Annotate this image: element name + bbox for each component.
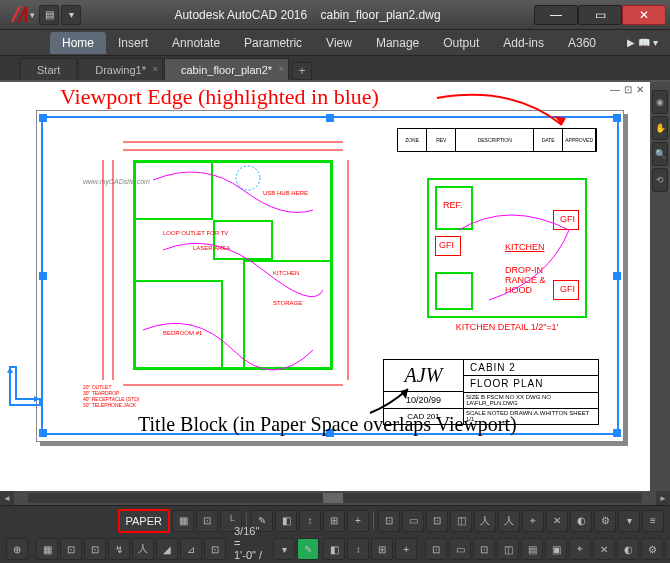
grip-handle[interactable] xyxy=(326,114,334,122)
app-menu-dropdown-icon[interactable]: ▾ xyxy=(30,10,35,20)
doc-tab-cabin[interactable]: cabin_floor_plan2*× xyxy=(164,58,289,80)
status-dynamic-icon[interactable]: ↯ xyxy=(108,538,130,560)
annotation-bottom: Title Block (in Paper Space overlaps Vie… xyxy=(138,413,517,436)
status-settings-icon[interactable]: ⚙ xyxy=(641,538,663,560)
status-button[interactable]: ↕ xyxy=(347,538,369,560)
status-grid-icon[interactable]: ▦ xyxy=(172,510,194,532)
window-title: Autodesk AutoCAD 2016 cabin_floor_plan2.… xyxy=(81,8,534,22)
window-controls: — ▭ ✕ xyxy=(534,5,666,25)
legend: 20" OUTLET30" TEARDROP 40" RECEPTACLE (S… xyxy=(83,384,139,408)
status-button[interactable]: ✕ xyxy=(546,510,568,532)
model-paper-toggle[interactable]: PAPER xyxy=(118,509,170,533)
scroll-left-icon[interactable]: ◄ xyxy=(0,491,14,505)
status-button[interactable]: ◢ xyxy=(156,538,178,560)
status-button[interactable]: ⊡ xyxy=(84,538,106,560)
status-grid-icon[interactable]: ▦ xyxy=(36,538,58,560)
annotation-top: Viewport Edge (highlighted in blue) xyxy=(60,84,379,110)
viewport-frame[interactable]: ZONEREV DESCRIPTION DATEAPPROVED www.myC… xyxy=(41,116,619,435)
nav-orbit-icon[interactable]: ⟲ xyxy=(652,168,668,192)
viewport-restore-icon[interactable]: ⊡ xyxy=(624,84,632,95)
new-tab-button[interactable]: + xyxy=(292,62,312,80)
nav-pan-icon[interactable]: ✋ xyxy=(652,116,668,140)
status-button[interactable]: ⊡ xyxy=(426,510,448,532)
drawing-canvas[interactable]: — ⊡ ✕ Viewport Edge (highlighted in blue… xyxy=(0,82,650,491)
status-button[interactable]: ⊡ xyxy=(378,510,400,532)
status-dropdown-icon[interactable]: ▾ xyxy=(665,538,670,560)
status-scale-text[interactable]: 3/16" = 1'-0" / 1.56% xyxy=(228,525,271,563)
status-annoscale-icon[interactable]: 人 xyxy=(132,538,154,560)
qat-dropdown-icon[interactable]: ▾ xyxy=(61,5,81,25)
grip-handle[interactable] xyxy=(613,272,621,280)
status-scale-icon[interactable]: 人 xyxy=(498,510,520,532)
maximize-button[interactable]: ▭ xyxy=(578,5,622,25)
status-button[interactable]: ⊿ xyxy=(180,538,202,560)
close-button[interactable]: ✕ xyxy=(622,5,666,25)
side-navigation-bar: ◉ ✋ 🔍 ⟲ xyxy=(650,82,670,491)
ribbon-tab-output[interactable]: Output xyxy=(431,32,491,54)
status-dropdown-icon[interactable]: ▾ xyxy=(618,510,640,532)
close-icon[interactable]: × xyxy=(153,64,158,74)
minimize-button[interactable]: — xyxy=(534,5,578,25)
status-button[interactable]: ⊡ xyxy=(425,538,447,560)
status-button[interactable]: + xyxy=(395,538,417,560)
status-button[interactable]: ✎ xyxy=(297,538,319,560)
grip-handle[interactable] xyxy=(39,429,47,437)
doc-tab-drawing1[interactable]: Drawing1*× xyxy=(78,58,163,80)
status-button[interactable]: ◫ xyxy=(497,538,519,560)
svg-point-0 xyxy=(236,166,260,190)
status-snap-icon[interactable]: ⊡ xyxy=(60,538,82,560)
grip-handle[interactable] xyxy=(613,114,621,122)
ribbon-tab-addins[interactable]: Add-ins xyxy=(491,32,556,54)
status-button[interactable]: ✕ xyxy=(593,538,615,560)
detail-title: KITCHEN DETAIL 1/2"=1' xyxy=(427,322,587,332)
status-button[interactable]: ▣ xyxy=(545,538,567,560)
annotation-arrow-icon xyxy=(360,385,420,415)
grip-handle[interactable] xyxy=(613,429,621,437)
status-menu-icon[interactable]: ≡ xyxy=(642,510,664,532)
ribbon-tab-a360[interactable]: A360 xyxy=(556,32,608,54)
status-button[interactable]: ⊡ xyxy=(473,538,495,560)
status-button[interactable]: ↕ xyxy=(299,510,321,532)
status-units-icon[interactable]: ◐ xyxy=(570,510,592,532)
doc-tab-start[interactable]: Start xyxy=(20,58,77,80)
status-button[interactable]: ⊞ xyxy=(323,510,345,532)
qat-button[interactable]: ▤ xyxy=(39,5,59,25)
status-button[interactable]: ▭ xyxy=(449,538,471,560)
status-button[interactable]: + xyxy=(347,510,369,532)
ribbon-tab-parametric[interactable]: Parametric xyxy=(232,32,314,54)
app-logo[interactable] xyxy=(8,4,30,26)
status-button[interactable]: ⌖ xyxy=(522,510,544,532)
status-button[interactable]: ◧ xyxy=(323,538,345,560)
wiring-lines xyxy=(83,130,373,390)
status-button[interactable]: ⊡ xyxy=(204,538,226,560)
status-osnap-icon[interactable]: ◧ xyxy=(275,510,297,532)
ribbon-tab-view[interactable]: View xyxy=(314,32,364,54)
status-button[interactable]: ⌖ xyxy=(569,538,591,560)
ribbon-tab-insert[interactable]: Insert xyxy=(106,32,160,54)
grip-handle[interactable] xyxy=(39,272,47,280)
nav-wheel-icon[interactable]: ◉ xyxy=(652,90,668,114)
grip-handle[interactable] xyxy=(39,114,47,122)
viewport-minimize-icon[interactable]: — xyxy=(610,84,620,95)
ribbon-tab-home[interactable]: Home xyxy=(50,32,106,54)
ribbon-overflow-icon[interactable]: ▶ 📖 ▾ xyxy=(621,37,664,48)
ribbon-tabs: Home Insert Annotate Parametric View Man… xyxy=(0,30,670,56)
status-dropdown-icon[interactable]: ▾ xyxy=(273,538,295,560)
status-model-icon[interactable]: ⊕ xyxy=(6,538,28,560)
status-button[interactable]: ◐ xyxy=(617,538,639,560)
status-button[interactable]: ◫ xyxy=(450,510,472,532)
status-button[interactable]: 人 xyxy=(474,510,496,532)
scroll-right-icon[interactable]: ► xyxy=(656,491,670,505)
close-icon[interactable]: × xyxy=(279,64,284,74)
viewport-close-icon[interactable]: ✕ xyxy=(636,84,644,95)
status-settings-icon[interactable]: ⚙ xyxy=(594,510,616,532)
status-snap-icon[interactable]: ⊡ xyxy=(196,510,218,532)
status-button[interactable]: ▭ xyxy=(402,510,424,532)
status-button[interactable]: ▤ xyxy=(521,538,543,560)
scrollbar-thumb[interactable] xyxy=(323,493,343,503)
nav-zoom-icon[interactable]: 🔍 xyxy=(652,142,668,166)
ribbon-tab-annotate[interactable]: Annotate xyxy=(160,32,232,54)
status-button[interactable]: ⊞ xyxy=(371,538,393,560)
ribbon-tab-manage[interactable]: Manage xyxy=(364,32,431,54)
horizontal-scrollbar[interactable]: ◄ ► xyxy=(0,491,670,505)
